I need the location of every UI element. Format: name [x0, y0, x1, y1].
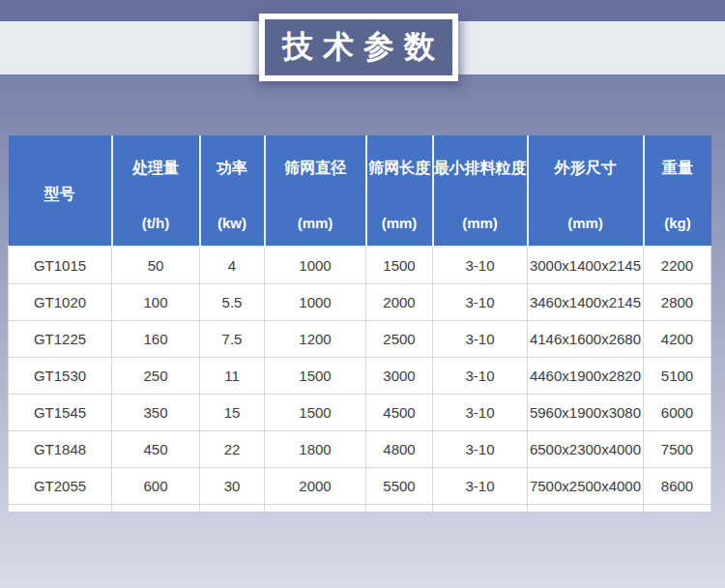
- col-header-label: 功率: [217, 159, 247, 179]
- table-cell: GT1545: [9, 394, 112, 430]
- table-cell: 7500x2500x4000: [528, 467, 644, 504]
- table-cell: 1500: [265, 357, 366, 394]
- col-header-unit: (mm): [567, 215, 603, 231]
- col-header-power: 功率(kw): [200, 135, 265, 247]
- table-cell: 2800: [644, 283, 711, 320]
- table-cell: 4200: [644, 320, 711, 357]
- table-cell: 450: [112, 430, 200, 467]
- table-cell: 4800: [366, 430, 433, 467]
- col-header-label: 最小排料粒度: [434, 159, 527, 179]
- page-title: 技术参数: [273, 26, 445, 69]
- col-header-unit: (t/h): [142, 215, 169, 231]
- table-row-clipped: [9, 504, 711, 512]
- table-cell: 2000: [265, 467, 366, 504]
- table-cell: 600: [112, 467, 200, 504]
- table-row: GT1848 450 22 1800 4800 3-10 6500x2300x4…: [9, 430, 711, 467]
- table-cell: 5.5: [200, 283, 265, 320]
- table-cell: 3-10: [433, 430, 528, 467]
- table-cell: 1000: [265, 247, 366, 283]
- col-header-label: 外形尺寸: [555, 159, 617, 179]
- table-cell: 3-10: [433, 247, 528, 283]
- table-cell: 1000: [265, 283, 366, 320]
- table-cell: 2000: [366, 283, 433, 320]
- table-cell: 5500: [366, 467, 433, 504]
- table-header-row: 型号 处理量(t/h) 功率(kw) 筛网直径(mm) 筛网长度(mm) 最小排…: [9, 135, 711, 247]
- col-header-capacity: 处理量(t/h): [112, 135, 200, 247]
- page-title-box: 技术参数: [259, 14, 458, 81]
- table-cell: 8600: [644, 467, 711, 504]
- table-cell: GT1848: [9, 430, 112, 467]
- table-cell: 30: [200, 467, 265, 504]
- table-cell: 3-10: [433, 467, 528, 504]
- col-header-unit: (kw): [218, 215, 246, 231]
- table-cell: GT2055: [9, 467, 112, 504]
- table-cell: 50: [112, 247, 200, 283]
- table-cell: 3-10: [433, 357, 528, 394]
- table-cell: 350: [112, 394, 200, 430]
- table-row: GT1015 50 4 1000 1500 3-10 3000x1400x214…: [9, 247, 711, 283]
- col-header-dimensions: 外形尺寸(mm): [528, 135, 644, 247]
- table-cell: 1500: [265, 394, 366, 430]
- table-cell: 2500: [366, 320, 433, 357]
- table-cell: 22: [200, 430, 265, 467]
- col-header-label: 筛网直径: [284, 159, 346, 179]
- table-cell: GT1225: [9, 320, 112, 357]
- col-header-unit: (mm): [462, 215, 498, 231]
- table-cell: 5100: [644, 357, 711, 394]
- table-cell: GT1015: [9, 247, 112, 283]
- table-cell: 3-10: [433, 320, 528, 357]
- col-header-min-discharge-size: 最小排料粒度(mm): [433, 135, 528, 247]
- col-header-label: 筛网长度: [368, 159, 430, 179]
- col-header-unit: (kg): [664, 215, 691, 231]
- table-cell: 7.5: [200, 320, 265, 357]
- table-cell: 11: [200, 357, 265, 394]
- table-cell: GT1530: [9, 357, 112, 394]
- table-cell: 15: [200, 394, 265, 430]
- table-row: GT2055 600 30 2000 5500 3-10 7500x2500x4…: [9, 467, 711, 504]
- table-cell: 5960x1900x3080: [528, 394, 644, 430]
- table-cell: 3000x1400x2145: [528, 247, 644, 283]
- table-cell: 7500: [644, 430, 711, 467]
- table-cell: 4: [200, 247, 265, 283]
- table-cell: 6500x2300x4000: [528, 430, 644, 467]
- spec-table: 型号 处理量(t/h) 功率(kw) 筛网直径(mm) 筛网长度(mm) 最小排…: [8, 135, 711, 512]
- col-header-label: 重量: [662, 159, 693, 179]
- col-header-screen-diameter: 筛网直径(mm): [265, 135, 366, 247]
- table-cell: 3-10: [433, 283, 528, 320]
- table-cell: 100: [112, 283, 200, 320]
- col-header-screen-length: 筛网长度(mm): [366, 135, 433, 247]
- col-header-model: 型号: [9, 135, 112, 247]
- col-header-label: 处理量: [132, 159, 179, 179]
- table-cell: 1800: [265, 430, 366, 467]
- table-cell: 4146x1600x2680: [528, 320, 644, 357]
- table-row: GT1530 250 11 1500 3000 3-10 4460x1900x2…: [9, 357, 711, 394]
- col-header-unit: (mm): [298, 215, 334, 231]
- table-cell: 3-10: [433, 394, 528, 430]
- table-cell: 6000: [644, 394, 711, 430]
- table-cell: 250: [112, 357, 200, 394]
- col-header-label: 型号: [44, 185, 75, 205]
- table-cell: 2200: [644, 247, 711, 283]
- table-row: GT1545 350 15 1500 4500 3-10 5960x1900x3…: [9, 394, 711, 430]
- col-header-weight: 重量(kg): [644, 135, 711, 247]
- table-cell: 3460x1400x2145: [528, 283, 644, 320]
- table-cell: 160: [112, 320, 200, 357]
- table-cell: 4460x1900x2820: [528, 357, 644, 394]
- col-header-unit: (mm): [382, 215, 418, 231]
- table-row: GT1225 160 7.5 1200 2500 3-10 4146x1600x…: [9, 320, 711, 357]
- table-row: GT1020 100 5.5 1000 2000 3-10 3460x1400x…: [9, 283, 711, 320]
- table-cell: 1500: [366, 247, 433, 283]
- table-cell: GT1020: [9, 283, 112, 320]
- table-cell: 1200: [265, 320, 366, 357]
- table-cell: 4500: [366, 394, 433, 430]
- table-cell: 3000: [366, 357, 433, 394]
